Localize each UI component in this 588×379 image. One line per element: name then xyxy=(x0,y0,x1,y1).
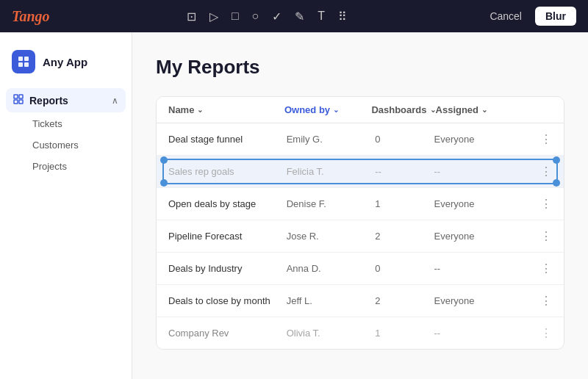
svg-rect-2 xyxy=(18,62,23,67)
sidebar-item-reports[interactable]: Reports ∧ xyxy=(6,88,126,112)
brand-icon xyxy=(12,50,35,73)
table-row: Deals by Industry Anna D. 0 -- ⋮ xyxy=(157,253,564,285)
cell-owner: Jeff L. xyxy=(287,295,376,306)
cell-assigned: Everyone xyxy=(434,295,523,306)
table-row: Company Rev Olivia T. 1 -- ⋮ xyxy=(157,317,564,349)
sidebar-subitems: Tickets Customers Projects xyxy=(6,114,126,176)
svg-rect-5 xyxy=(19,95,23,98)
pen-icon[interactable]: ✎ xyxy=(295,10,304,24)
circle-icon[interactable]: ○ xyxy=(252,10,259,23)
sidebar-item-projects[interactable]: Projects xyxy=(26,156,126,176)
cell-dashboards: 0 xyxy=(375,263,434,274)
brand-area: Any App xyxy=(0,44,132,85)
svg-rect-1 xyxy=(24,57,29,61)
cell-dashboards: 1 xyxy=(375,328,434,339)
grid-icon[interactable]: ⠿ xyxy=(338,10,347,24)
sidebar-nav: Reports ∧ Tickets Customers Projects xyxy=(0,85,132,179)
table-header: Name ⌄ Owned by ⌄ Dashboards ⌄ Assigned … xyxy=(157,97,564,123)
cell-name: Company Rev xyxy=(168,328,287,339)
row-menu-button[interactable]: ⋮ xyxy=(523,165,552,178)
cell-assigned: -- xyxy=(434,263,523,274)
page-title: My Reports xyxy=(156,56,564,79)
sort-arrow-owned: ⌄ xyxy=(333,106,339,114)
cell-owner: Olivia T. xyxy=(287,328,376,339)
sidebar: Any App Reports ∧ Tickets Customers xyxy=(0,32,132,379)
reports-table: Name ⌄ Owned by ⌄ Dashboards ⌄ Assigned … xyxy=(156,96,564,350)
row-menu-button[interactable]: ⋮ xyxy=(523,261,552,275)
reports-icon xyxy=(13,94,24,107)
blur-button[interactable]: Blur xyxy=(535,7,576,26)
cell-dashboards: 0 xyxy=(375,134,434,145)
reports-label: Reports xyxy=(29,95,106,107)
svg-rect-6 xyxy=(14,100,18,104)
table-row: Open deals by stage Denise F. 1 Everyone… xyxy=(157,188,564,220)
sort-arrow-assigned: ⌄ xyxy=(481,106,487,114)
cell-dashboards: -- xyxy=(375,166,434,177)
text-tool-icon[interactable]: T xyxy=(318,10,325,23)
handle-bottom-left[interactable] xyxy=(160,179,168,187)
cell-assigned: Everyone xyxy=(434,231,523,242)
cell-assigned: Everyone xyxy=(434,134,523,145)
col-header-dashboards[interactable]: Dashboards ⌄ xyxy=(371,104,435,115)
sort-arrow-name: ⌄ xyxy=(197,106,203,114)
cell-owner: Felicia T. xyxy=(287,166,376,177)
cell-name: Open deals by stage xyxy=(168,198,287,209)
content-area: My Reports Name ⌄ Owned by ⌄ Dashboards … xyxy=(132,32,588,379)
chevron-up-icon: ∧ xyxy=(112,95,118,106)
cell-assigned: Everyone xyxy=(434,198,523,209)
svg-rect-7 xyxy=(19,100,23,104)
table-row: Deal stage funnel Emily G. 0 Everyone ⋮ xyxy=(157,123,564,156)
rectangle-icon[interactable]: □ xyxy=(232,10,239,23)
col-header-owned-by[interactable]: Owned by ⌄ xyxy=(284,104,371,115)
col-header-name[interactable]: Name ⌄ xyxy=(168,104,284,115)
play-icon[interactable]: ▷ xyxy=(209,10,218,24)
row-menu-button[interactable]: ⋮ xyxy=(523,197,552,211)
crop-icon[interactable]: ⊡ xyxy=(187,10,196,24)
row-menu-button[interactable]: ⋮ xyxy=(523,294,552,308)
cell-name: Sales rep goals xyxy=(168,166,287,177)
main-layout: Any App Reports ∧ Tickets Customers xyxy=(0,32,588,379)
table-row: + Sales rep goals Felicia T. -- -- ⋮ xyxy=(157,156,564,188)
row-menu-button[interactable]: ⋮ xyxy=(523,132,552,146)
sidebar-item-customers[interactable]: Customers xyxy=(26,135,126,155)
row-menu-button[interactable]: ⋮ xyxy=(523,229,552,243)
topbar: Tango ⊡ ▷ □ ○ ✓ ✎ T ⠿ Cancel Blur xyxy=(0,0,588,32)
svg-rect-4 xyxy=(14,95,18,98)
cell-owner: Anna D. xyxy=(287,263,376,274)
col-header-assigned[interactable]: Assigned ⌄ xyxy=(436,104,523,115)
cell-name: Deals by Industry xyxy=(168,263,287,274)
tango-logo: Tango xyxy=(12,8,50,25)
cell-name: Pipeline Forecast xyxy=(168,231,287,242)
handle-bottom-right[interactable] xyxy=(553,179,560,187)
cell-assigned: -- xyxy=(434,328,523,339)
cancel-button[interactable]: Cancel xyxy=(484,7,528,25)
cell-dashboards: 1 xyxy=(375,198,434,209)
cell-owner: Jose R. xyxy=(287,231,376,242)
handle-top-left[interactable] xyxy=(160,156,168,164)
table-row: Deals to close by month Jeff L. 2 Everyo… xyxy=(157,285,564,317)
cell-name: Deals to close by month xyxy=(168,295,287,306)
cell-owner: Denise F. xyxy=(287,198,376,209)
tool-bar: ⊡ ▷ □ ○ ✓ ✎ T ⠿ xyxy=(187,10,347,24)
svg-rect-3 xyxy=(24,62,29,67)
sort-arrow-dashboards: ⌄ xyxy=(430,106,436,114)
svg-rect-0 xyxy=(18,57,23,61)
topbar-actions: Cancel Blur xyxy=(484,7,576,26)
sidebar-item-tickets[interactable]: Tickets xyxy=(26,114,126,134)
cell-dashboards: 2 xyxy=(375,295,434,306)
row-menu-button[interactable]: ⋮ xyxy=(523,326,552,340)
cell-name: Deal stage funnel xyxy=(168,134,287,145)
cell-owner: Emily G. xyxy=(287,134,376,145)
cell-dashboards: 2 xyxy=(375,231,434,242)
checkmark-icon[interactable]: ✓ xyxy=(272,10,282,24)
table-row: Pipeline Forecast Jose R. 2 Everyone ⋮ xyxy=(157,220,564,253)
handle-top-right[interactable] xyxy=(553,156,560,164)
cell-assigned: -- xyxy=(434,166,523,177)
brand-name: Any App xyxy=(43,56,87,68)
